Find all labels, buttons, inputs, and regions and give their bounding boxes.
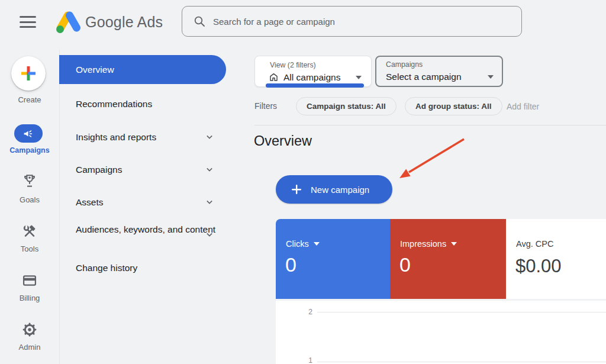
view-filter-value: All campaigns — [283, 72, 341, 83]
metric-selector-caret-icon[interactable] — [314, 242, 320, 246]
scorecard-clicks-label: Clicks — [286, 239, 309, 249]
scorecard-impressions-label: Impressions — [400, 239, 446, 249]
scorecard-impressions-value: 0 — [399, 253, 411, 276]
campaign-select-dropdown[interactable]: Campaigns Select a campaign — [375, 56, 503, 87]
rail-item-billing[interactable] — [21, 272, 38, 289]
rail-item-billing-label: Billing — [0, 294, 59, 302]
rail-item-campaigns-label: Campaigns — [0, 146, 59, 154]
view-filter-label: View (2 filters) — [270, 61, 316, 69]
create-button[interactable] — [11, 56, 46, 91]
chevron-down-icon[interactable] — [204, 228, 215, 243]
trophy-icon — [21, 172, 38, 190]
rail-item-admin-label: Admin — [0, 343, 59, 352]
plus-icon — [291, 183, 302, 195]
new-campaign-button[interactable]: New campaign — [276, 175, 392, 204]
chevron-down-icon[interactable] — [204, 131, 215, 145]
metric-selector-caret-icon[interactable] — [451, 242, 457, 246]
view-filter-dropdown[interactable]: View (2 filters) All campaigns — [254, 56, 372, 87]
plus-icon — [18, 63, 39, 84]
active-tab-indicator — [266, 83, 364, 88]
menu-icon[interactable] — [20, 16, 36, 28]
google-ads-app: Google Ads Search for a page or campaign… — [0, 0, 606, 364]
nav-divider — [59, 50, 60, 364]
y-axis-tick: 2 — [303, 308, 312, 316]
nav-item-audiences-keywords-content[interactable]: Audiences, keywords, and content — [76, 223, 218, 237]
rail-item-tools-label: Tools — [0, 244, 59, 253]
gear-icon — [21, 321, 38, 338]
rail-item-campaigns[interactable] — [14, 124, 43, 143]
nav-item-change-history[interactable]: Change history — [76, 263, 137, 273]
campaign-select-label: Campaigns — [386, 60, 423, 69]
filter-chip-ad-group-status[interactable]: Ad group status: All — [405, 97, 502, 115]
gridline — [317, 312, 606, 313]
dropdown-caret-icon — [488, 75, 494, 79]
scorecard-avg-cpc[interactable]: Avg. CPC $0.00 — [506, 219, 606, 299]
app-title: Google Ads — [85, 14, 163, 31]
rail-item-create-label: Create — [0, 95, 59, 104]
rail-item-admin[interactable] — [21, 321, 38, 338]
search-icon — [193, 15, 206, 28]
add-filter-button[interactable]: Add filter — [507, 102, 539, 111]
scorecard-clicks[interactable]: Clicks 0 — [276, 219, 390, 299]
new-campaign-label: New campaign — [311, 185, 369, 195]
filter-chip-campaign-status[interactable]: Campaign status: All — [296, 97, 397, 115]
chevron-down-icon[interactable] — [204, 196, 215, 210]
search-input[interactable]: Search for a page or campaign — [182, 6, 522, 37]
scorecard-avg-cpc-value: $0.00 — [515, 256, 562, 277]
scorecard-avg-cpc-label: Avg. CPC — [516, 239, 553, 249]
scorecard-clicks-value: 0 — [285, 253, 296, 276]
nav-item-overview[interactable]: Overview — [59, 55, 226, 84]
scorecard-strip: Clicks 0 Impressions 0 Avg. CPC $0.00 — [276, 219, 606, 299]
nav-item-insights-reports[interactable]: Insights and reports — [76, 132, 156, 143]
overview-chart: 2 1 — [276, 301, 606, 364]
nav-item-assets[interactable]: Assets — [76, 197, 104, 208]
google-ads-logo-icon[interactable] — [56, 9, 82, 37]
rail-item-goals-label: Goals — [0, 195, 59, 204]
chevron-down-icon[interactable] — [204, 163, 215, 178]
dropdown-caret-icon — [356, 76, 362, 79]
filters-label: Filters — [254, 101, 277, 111]
section-divider — [254, 125, 606, 125]
campaign-select-value: Select a campaign — [386, 72, 462, 82]
scorecard-impressions[interactable]: Impressions 0 — [390, 219, 506, 299]
gridline — [317, 362, 606, 362]
search-placeholder: Search for a page or campaign — [213, 17, 335, 27]
megaphone-icon — [22, 127, 35, 140]
credit-card-icon — [21, 272, 38, 289]
nav-item-overview-label: Overview — [76, 55, 114, 84]
hammer-wrench-icon — [21, 223, 38, 240]
page-title: Overview — [254, 133, 312, 149]
rail-item-tools[interactable] — [21, 223, 38, 240]
rail-item-goals[interactable] — [21, 172, 38, 190]
y-axis-tick: 1 — [303, 356, 312, 364]
nav-item-recommendations[interactable]: Recommendations — [76, 99, 152, 109]
nav-item-campaigns[interactable]: Campaigns — [76, 165, 122, 175]
